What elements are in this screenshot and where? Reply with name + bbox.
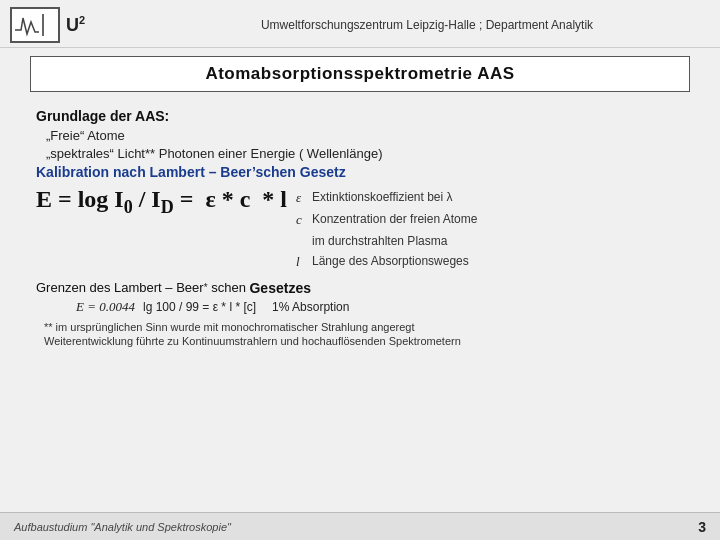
formula-row: E = log I0 / ID = ε * c * l ε Extinktion… bbox=[36, 186, 684, 274]
header-institute: Umweltforschungszentrum Leipzig-Halle ; … bbox=[130, 18, 704, 32]
footnote-2: Weiterentwicklung führte zu Kontinuumstr… bbox=[44, 335, 684, 347]
page-number: 3 bbox=[698, 519, 706, 535]
eq-mid: lg 100 / 99 = ε * l * [c] bbox=[143, 300, 256, 314]
slide: U2 Umweltforschungszentrum Leipzig-Halle… bbox=[0, 0, 720, 540]
logo-area: U2 bbox=[10, 7, 130, 43]
logo-box bbox=[10, 7, 60, 43]
slide-title: Atomabsorptionsspektrometrie AAS bbox=[205, 64, 514, 83]
formula-display: E = log I0 / ID = ε * c * l bbox=[36, 186, 296, 218]
grenzen-schen: schen bbox=[208, 280, 250, 295]
eq-end: 1% Absorption bbox=[272, 300, 349, 314]
logo-text: U2 bbox=[66, 14, 85, 36]
grenzen-bold: Gesetzes bbox=[249, 280, 310, 296]
eq-E: E = 0.0044 bbox=[76, 299, 135, 315]
formula-definitions: ε Extinktionskoeffizient bei λ c Konzent… bbox=[296, 186, 477, 274]
eq-row: E = 0.0044 lg 100 / 99 = ε * l * [c] 1% … bbox=[76, 299, 684, 315]
kalibration-heading: Kalibration nach Lambert – Beer’schen Ge… bbox=[36, 164, 684, 180]
header: U2 Umweltforschungszentrum Leipzig-Halle… bbox=[0, 0, 720, 48]
bottom-label: Aufbaustudium "Analytik und Spektroskopi… bbox=[14, 521, 231, 533]
svg-rect-0 bbox=[13, 10, 57, 40]
grundlage-heading: Grundlage der AAS: bbox=[36, 108, 684, 124]
bottom-bar: Aufbaustudium "Analytik und Spektroskopi… bbox=[0, 512, 720, 540]
freie-atome: „Freie“ Atome bbox=[46, 128, 684, 143]
footnote-1: ** im ursprünglichen Sinn wurde mit mono… bbox=[44, 321, 684, 333]
grenzen-normal: Grenzen des Lambert – Beer bbox=[36, 280, 204, 295]
def-c-cont: im durchstrahlten Plasma bbox=[296, 232, 477, 251]
title-box: Atomabsorptionsspektrometrie AAS bbox=[30, 56, 690, 92]
grenzen-row: Grenzen des Lambert – Beer* schen Gesetz… bbox=[36, 280, 684, 296]
footnotes: ** im ursprünglichen Sinn wurde mit mono… bbox=[36, 321, 684, 347]
def-c: c Konzentration der freien Atome bbox=[296, 210, 477, 231]
def-epsilon: ε Extinktionskoeffizient bei λ bbox=[296, 188, 477, 209]
spektrales-licht: „spektrales“ Licht** Photonen einer Ener… bbox=[46, 146, 684, 161]
main-content: Grundlage der AAS: „Freie“ Atome „spektr… bbox=[0, 98, 720, 353]
def-l: l Länge des Absorptionsweges bbox=[296, 252, 477, 273]
